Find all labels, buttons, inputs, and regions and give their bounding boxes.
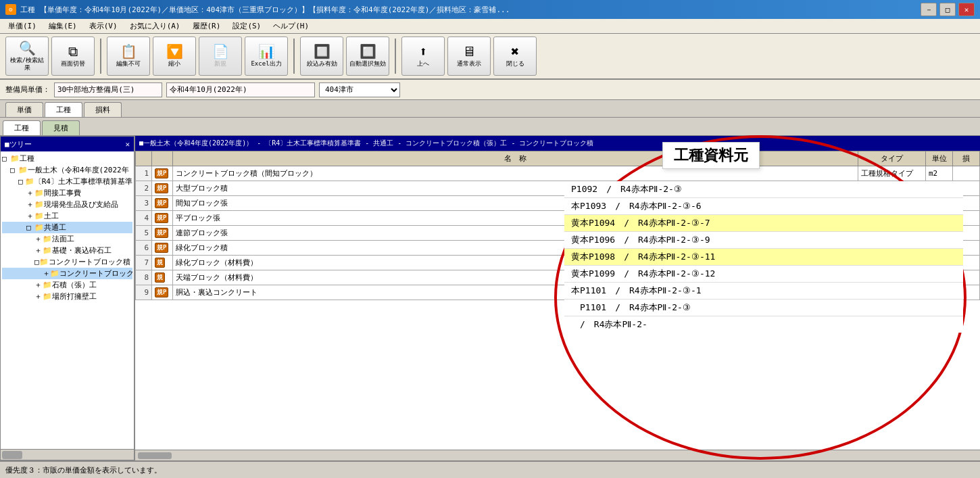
search-button[interactable]: 🔍 検索/検索結果 bbox=[5, 37, 49, 76]
filter-bar: 整備局単価： 404津市 bbox=[0, 80, 980, 100]
tree-item-label: 石積（張）工 bbox=[52, 280, 97, 290]
excel-export-button[interactable]: 📊 Excel出力 bbox=[245, 37, 288, 76]
tree-item-label: 基礎・裏込砕石工 bbox=[52, 245, 112, 256]
menu-favorites[interactable]: お気に入り(A) bbox=[124, 20, 186, 32]
menu-settings[interactable]: 設定(S) bbox=[227, 20, 266, 32]
tree-folder-icon: 📁 bbox=[18, 166, 28, 174]
cell-name: コンクリートブロック積（間知ブロック） bbox=[173, 166, 858, 181]
shrink-label: 縮小 bbox=[168, 60, 180, 68]
table-row[interactable]: 5 規P 連節ブロック張 工種規格タイプ m2 bbox=[136, 226, 980, 241]
auto-select-icon: 🔲 bbox=[360, 45, 376, 58]
tree-item[interactable]: ＋ 📁 間接工事費 bbox=[2, 187, 132, 199]
tree-item[interactable]: □ 📁 工種 bbox=[2, 153, 132, 164]
tab-sonryo[interactable]: 損料 bbox=[84, 102, 122, 117]
tree-item[interactable]: ＋ 📁 石積（張）工 bbox=[2, 279, 132, 291]
subtab-mitsumori[interactable]: 見積 bbox=[42, 120, 80, 135]
close-toolbar-button[interactable]: ✖ 閉じる bbox=[493, 37, 537, 76]
table-row[interactable]: 8 規 天端ブロック（材料費） 工種規格タイプ m2 bbox=[136, 270, 980, 285]
cell-type: 工種規格タイプ bbox=[858, 285, 926, 300]
filter-icon: 🔲 bbox=[314, 45, 330, 58]
table-row[interactable]: 6 規P 緑化ブロック積 工種規格タイプ m2 bbox=[136, 241, 980, 256]
hscroll-thumb bbox=[138, 452, 172, 459]
close-button[interactable]: ✕ bbox=[958, 3, 975, 16]
close-toolbar-label: 閉じる bbox=[506, 60, 524, 68]
tree-folder-icon: 📁 bbox=[34, 223, 44, 232]
tree-item[interactable]: □ 📁 共通工 bbox=[2, 222, 132, 233]
cell-tag: 規P bbox=[152, 241, 173, 256]
auto-select-button[interactable]: 🔲 自動選択無効 bbox=[346, 37, 389, 76]
tree-item[interactable]: □ 📁 コンクリートブロック積（張）工 bbox=[2, 256, 132, 268]
tree-area[interactable]: □ 📁 工種 □ 📁 一般土木（令和4年度(2022年 □ 📁 〔R4〕土木工事… bbox=[1, 151, 134, 449]
minimize-button[interactable]: － bbox=[921, 3, 937, 16]
cell-unit: m3 bbox=[926, 285, 953, 300]
tree-item[interactable]: ＋ 📁 場所打擁壁工 bbox=[2, 291, 132, 302]
bureau-input[interactable] bbox=[54, 82, 162, 97]
tag-badge: 規 bbox=[155, 272, 165, 283]
table-row[interactable]: 1 規P コンクリートブロック積（間知ブロック） 工種規格タイプ m2 bbox=[136, 166, 980, 181]
cell-name: 平ブロック張 bbox=[173, 211, 858, 226]
cell-ref bbox=[953, 270, 980, 285]
tree-folder-icon: 📁 bbox=[25, 177, 34, 186]
sidebar-title: ■ツリー bbox=[5, 139, 32, 149]
subtab-koshu[interactable]: 工種 bbox=[3, 120, 41, 135]
tree-folder-icon: 📁 bbox=[34, 212, 44, 220]
content-table-wrapper[interactable]: 名 称 タイプ 単位 損 1 規P コンクリートブロック積（間知ブロック） bbox=[135, 151, 980, 450]
cell-ref bbox=[953, 285, 980, 300]
screen-switch-button[interactable]: ⧉ 画面切替 bbox=[51, 37, 95, 76]
filter-button[interactable]: 🔲 絞込み有効 bbox=[300, 37, 343, 76]
cell-name: 天端ブロック（材料費） bbox=[173, 270, 858, 285]
date-input[interactable] bbox=[166, 82, 315, 97]
new-icon: 📄 bbox=[212, 45, 229, 58]
tree-item[interactable]: □ 📁 〔R4〕土木工事標準積算基準 bbox=[2, 176, 132, 187]
up-label: 上へ bbox=[417, 60, 429, 68]
cell-name: 連節ブロック張 bbox=[173, 226, 858, 241]
tree-item[interactable]: ＋ 📁 基礎・裏込砕石工 bbox=[2, 245, 132, 256]
tree-toggle: ＋ bbox=[34, 234, 43, 244]
menu-history[interactable]: 履歴(R) bbox=[187, 20, 226, 32]
tree-item[interactable]: ＋ 📁 法面工 bbox=[2, 233, 132, 245]
menu-edit[interactable]: 編集(E) bbox=[43, 20, 82, 32]
edit-lock-icon: 📋 bbox=[120, 45, 137, 58]
tree-item[interactable]: □ 📁 一般土木（令和4年度(2022年 bbox=[2, 164, 132, 176]
menu-tanka[interactable]: 単価(I) bbox=[3, 20, 42, 32]
edit-lock-label: 編集不可 bbox=[116, 60, 141, 68]
sidebar-close-btn[interactable]: ✕ bbox=[125, 140, 130, 149]
cell-unit: m2 bbox=[926, 256, 953, 270]
table-row[interactable]: 9 規P 胴込・裏込コンクリート 工種規格タイプ m3 bbox=[136, 285, 980, 300]
up-button[interactable]: ⬆ 上へ bbox=[401, 37, 445, 76]
panels: ■ツリー ✕ □ 📁 工種 □ 📁 一般土木（令和4年度(2022年 bbox=[0, 135, 980, 460]
cell-unit: m2 bbox=[926, 241, 953, 256]
tree-item-label: 一般土木（令和4年度(2022年 bbox=[28, 165, 129, 175]
tree-item[interactable]: ＋ 📁 コンクリートブロック積(張 bbox=[2, 268, 132, 279]
tab-tanka[interactable]: 単価 bbox=[5, 102, 43, 117]
maximize-button[interactable]: □ bbox=[939, 3, 956, 16]
sidebar-hscroll[interactable] bbox=[1, 449, 134, 460]
toolbar-sep-1 bbox=[100, 39, 101, 74]
shrink-button[interactable]: 🔽 縮小 bbox=[153, 37, 196, 76]
cell-num: 9 bbox=[136, 285, 152, 300]
table-row[interactable]: 7 規 緑化ブロック（材料費） 工種規格タイプ m2 bbox=[136, 256, 980, 270]
tree-toggle: □ bbox=[34, 258, 39, 266]
normal-view-button[interactable]: 🖥 通常表示 bbox=[447, 37, 491, 76]
cell-name: 緑化ブロック積 bbox=[173, 241, 858, 256]
sidebar-header: ■ツリー ✕ bbox=[1, 137, 134, 151]
status-text: 優先度３：市販の単価金額を表示しています。 bbox=[5, 465, 162, 475]
cell-ref bbox=[953, 241, 980, 256]
tag-badge: 規P bbox=[155, 243, 168, 253]
tree-item[interactable]: ＋ 📁 土工 bbox=[2, 210, 132, 222]
menu-help[interactable]: ヘルプ(H) bbox=[268, 20, 314, 32]
menu-view[interactable]: 表示(V) bbox=[84, 20, 123, 32]
cell-unit: m2 bbox=[926, 181, 953, 196]
new-button[interactable]: 📄 新規 bbox=[199, 37, 242, 76]
edit-lock-button[interactable]: 📋 編集不可 bbox=[107, 37, 150, 76]
tab-koshu[interactable]: 工種 bbox=[45, 102, 82, 117]
tree-item[interactable]: ＋ 📁 現場発生品及び支給品 bbox=[2, 199, 132, 210]
sub-tabs: 工種 見積 bbox=[0, 118, 980, 135]
table-row[interactable]: 2 規P 大型ブロック積 工種規格タイプ m2 bbox=[136, 181, 980, 196]
table-row[interactable]: 4 規P 平ブロック張 工種規格タイプ m2 bbox=[136, 211, 980, 226]
search-label: 検索/検索結果 bbox=[7, 57, 47, 72]
location-dropdown[interactable]: 404津市 bbox=[319, 82, 400, 97]
shrink-icon: 🔽 bbox=[166, 45, 183, 58]
table-row[interactable]: 3 規P 間知ブロック張 工種規格タイプ m2 bbox=[136, 196, 980, 211]
content-hscroll[interactable] bbox=[135, 450, 980, 460]
